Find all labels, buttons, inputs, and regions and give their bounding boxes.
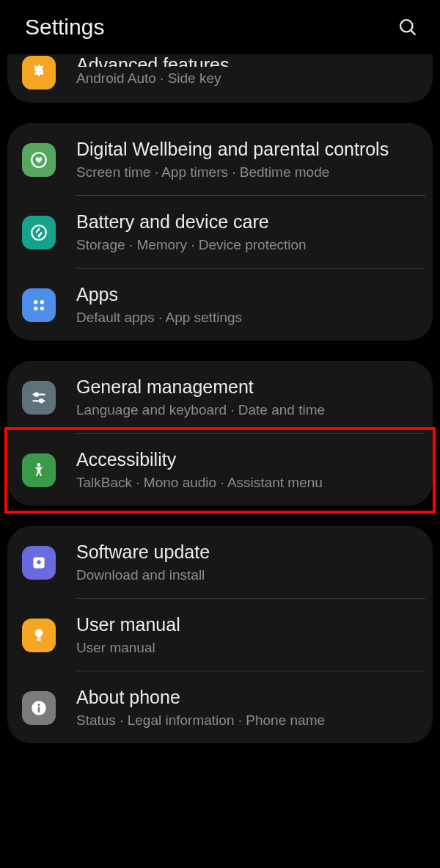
item-title: Battery and device care xyxy=(76,211,418,233)
settings-item-general-management[interactable]: General management Language and keyboard… xyxy=(7,361,433,433)
svg-point-9 xyxy=(34,306,37,310)
user-manual-icon xyxy=(22,619,56,652)
item-subtitle: Storage · Memory · Device protection xyxy=(76,236,418,255)
svg-line-1 xyxy=(411,30,415,34)
item-subtitle: Language and keyboard · Date and time xyxy=(76,401,418,420)
svg-point-7 xyxy=(34,300,37,304)
svg-point-15 xyxy=(37,463,41,467)
settings-group-about: Software update Download and install Use… xyxy=(7,526,433,743)
item-title: Software update xyxy=(76,541,418,564)
settings-group-wellbeing: Digital Wellbeing and parental controls … xyxy=(7,123,433,340)
item-text: User manual User manual xyxy=(76,613,418,657)
item-text: Accessibility TalkBack · Mono audio · As… xyxy=(76,448,418,492)
settings-item-digital-wellbeing[interactable]: Digital Wellbeing and parental controls … xyxy=(7,123,433,195)
item-title: Accessibility xyxy=(76,448,418,471)
item-title: Apps xyxy=(76,283,418,306)
svg-point-19 xyxy=(37,704,40,706)
settings-item-software-update[interactable]: Software update Download and install xyxy=(7,526,433,598)
svg-point-6 xyxy=(32,225,46,240)
item-subtitle: TalkBack · Mono audio · Assistant menu xyxy=(76,474,418,492)
general-management-icon xyxy=(22,381,56,415)
item-subtitle: Status · Legal information · Phone name xyxy=(76,712,418,730)
svg-rect-20 xyxy=(38,707,40,712)
about-phone-icon xyxy=(22,691,56,725)
settings-group-advanced: Advanced features Android Auto · Side ke… xyxy=(7,54,433,103)
svg-point-10 xyxy=(40,306,44,310)
item-title: User manual xyxy=(76,613,418,636)
svg-rect-4 xyxy=(37,72,42,73)
item-subtitle: Android Auto · Side key xyxy=(76,70,418,88)
item-subtitle: User manual xyxy=(76,639,418,657)
advanced-features-icon xyxy=(22,56,56,90)
header: Settings xyxy=(0,0,440,54)
search-icon[interactable] xyxy=(397,17,418,37)
svg-rect-17 xyxy=(37,638,40,641)
item-title: About phone xyxy=(76,686,418,709)
svg-point-14 xyxy=(40,399,43,402)
apps-icon xyxy=(22,288,56,322)
item-subtitle: Default apps · App settings xyxy=(76,309,418,327)
settings-item-apps[interactable]: Apps Default apps · App settings xyxy=(7,269,433,340)
item-title: General management xyxy=(76,376,418,398)
settings-item-user-manual[interactable]: User manual User manual xyxy=(7,599,433,671)
item-title: Digital Wellbeing and parental controls xyxy=(76,138,418,161)
item-text: Advanced features Android Auto · Side ke… xyxy=(76,58,418,88)
settings-group-general: General management Language and keyboard… xyxy=(7,361,433,506)
svg-point-0 xyxy=(400,20,412,32)
accessibility-icon xyxy=(22,453,56,487)
item-text: Battery and device care Storage · Memory… xyxy=(76,211,418,255)
settings-item-accessibility[interactable]: Accessibility TalkBack · Mono audio · As… xyxy=(7,434,433,506)
svg-point-13 xyxy=(35,393,38,395)
software-update-icon xyxy=(22,546,56,580)
settings-item-advanced-features[interactable]: Advanced features Android Auto · Side ke… xyxy=(7,54,433,103)
battery-care-icon xyxy=(22,216,56,249)
wellbeing-icon xyxy=(22,143,56,177)
item-subtitle: Screen time · App timers · Bedtime mode xyxy=(76,164,418,182)
item-subtitle: Download and install xyxy=(76,566,418,585)
page-title: Settings xyxy=(25,15,104,40)
item-text: Digital Wellbeing and parental controls … xyxy=(76,138,418,182)
item-text: Software update Download and install xyxy=(76,541,418,585)
item-text: General management Language and keyboard… xyxy=(76,376,418,420)
item-text: About phone Status · Legal information ·… xyxy=(76,686,418,730)
settings-item-battery-care[interactable]: Battery and device care Storage · Memory… xyxy=(7,196,433,268)
item-title: Advanced features xyxy=(76,54,418,67)
settings-item-about-phone[interactable]: About phone Status · Legal information ·… xyxy=(7,671,433,743)
item-text: Apps Default apps · App settings xyxy=(76,283,418,327)
svg-point-8 xyxy=(40,300,44,304)
